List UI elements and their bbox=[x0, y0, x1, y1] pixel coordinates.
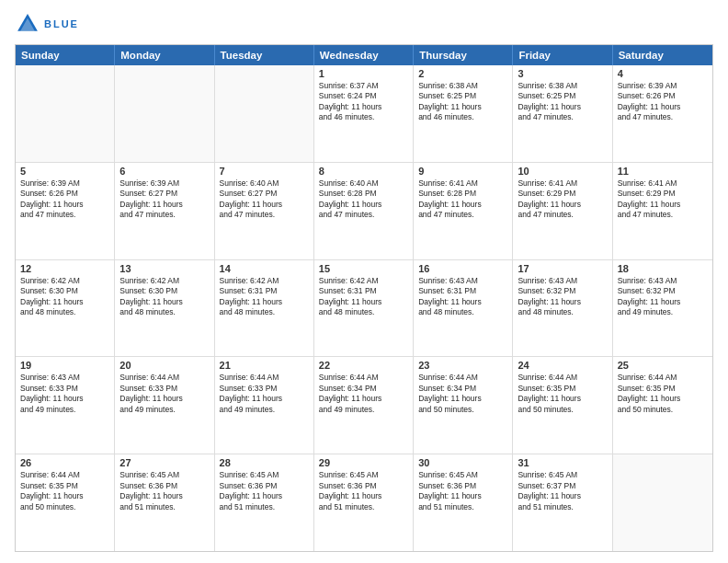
calendar-cell: 6Sunrise: 6:39 AM Sunset: 6:27 PM Daylig… bbox=[115, 163, 214, 259]
calendar-week-5: 26Sunrise: 6:44 AM Sunset: 6:35 PM Dayli… bbox=[16, 454, 712, 551]
calendar-cell: 15Sunrise: 6:42 AM Sunset: 6:31 PM Dayli… bbox=[314, 260, 414, 357]
day-number: 3 bbox=[518, 68, 607, 79]
calendar-cell: 8Sunrise: 6:40 AM Sunset: 6:28 PM Daylig… bbox=[314, 163, 414, 259]
calendar-cell: 22Sunrise: 6:44 AM Sunset: 6:34 PM Dayli… bbox=[314, 357, 414, 454]
day-number: 15 bbox=[319, 263, 408, 274]
header-day-sunday: Sunday bbox=[16, 45, 115, 65]
cell-info: Sunrise: 6:43 AM Sunset: 6:33 PM Dayligh… bbox=[20, 373, 109, 415]
cell-info: Sunrise: 6:42 AM Sunset: 6:30 PM Dayligh… bbox=[20, 276, 109, 318]
cell-info: Sunrise: 6:44 AM Sunset: 6:35 PM Dayligh… bbox=[618, 373, 708, 415]
cell-info: Sunrise: 6:39 AM Sunset: 6:26 PM Dayligh… bbox=[618, 81, 708, 123]
day-number: 17 bbox=[518, 263, 607, 274]
calendar-cell: 27Sunrise: 6:45 AM Sunset: 6:36 PM Dayli… bbox=[115, 454, 214, 551]
day-number: 9 bbox=[418, 166, 507, 177]
calendar-cell bbox=[613, 454, 712, 551]
calendar-cell: 1Sunrise: 6:37 AM Sunset: 6:24 PM Daylig… bbox=[314, 65, 414, 162]
cell-info: Sunrise: 6:41 AM Sunset: 6:29 PM Dayligh… bbox=[518, 178, 607, 221]
calendar-cell: 13Sunrise: 6:42 AM Sunset: 6:30 PM Dayli… bbox=[115, 260, 214, 357]
cell-info: Sunrise: 6:38 AM Sunset: 6:25 PM Dayligh… bbox=[518, 81, 607, 123]
calendar-cell: 3Sunrise: 6:38 AM Sunset: 6:25 PM Daylig… bbox=[513, 65, 612, 162]
logo-text: BLUE bbox=[44, 18, 79, 29]
cell-info: Sunrise: 6:44 AM Sunset: 6:35 PM Dayligh… bbox=[518, 373, 607, 415]
day-number: 11 bbox=[618, 166, 708, 177]
day-number: 30 bbox=[418, 457, 507, 468]
day-number: 23 bbox=[418, 360, 507, 371]
calendar-cell: 19Sunrise: 6:43 AM Sunset: 6:33 PM Dayli… bbox=[16, 357, 115, 454]
calendar-cell: 4Sunrise: 6:39 AM Sunset: 6:26 PM Daylig… bbox=[613, 65, 712, 162]
cell-info: Sunrise: 6:43 AM Sunset: 6:32 PM Dayligh… bbox=[518, 276, 607, 318]
calendar-cell: 23Sunrise: 6:44 AM Sunset: 6:34 PM Dayli… bbox=[414, 357, 513, 454]
calendar-cell: 9Sunrise: 6:41 AM Sunset: 6:28 PM Daylig… bbox=[414, 163, 513, 259]
calendar-cell: 11Sunrise: 6:41 AM Sunset: 6:29 PM Dayli… bbox=[613, 163, 712, 259]
calendar-body: 1Sunrise: 6:37 AM Sunset: 6:24 PM Daylig… bbox=[16, 65, 712, 551]
day-number: 13 bbox=[119, 263, 209, 274]
calendar-cell: 21Sunrise: 6:44 AM Sunset: 6:33 PM Dayli… bbox=[215, 357, 314, 454]
cell-info: Sunrise: 6:39 AM Sunset: 6:26 PM Dayligh… bbox=[20, 178, 109, 221]
day-number: 19 bbox=[20, 360, 109, 371]
day-number: 18 bbox=[618, 263, 708, 274]
cell-info: Sunrise: 6:44 AM Sunset: 6:33 PM Dayligh… bbox=[220, 373, 309, 415]
calendar-cell: 24Sunrise: 6:44 AM Sunset: 6:35 PM Dayli… bbox=[513, 357, 612, 454]
logo: BLUE bbox=[15, 11, 79, 37]
cell-info: Sunrise: 6:38 AM Sunset: 6:25 PM Dayligh… bbox=[418, 81, 507, 123]
header-day-friday: Friday bbox=[513, 45, 612, 65]
cell-info: Sunrise: 6:45 AM Sunset: 6:36 PM Dayligh… bbox=[220, 470, 309, 512]
day-number: 12 bbox=[20, 263, 109, 274]
header-day-saturday: Saturday bbox=[613, 45, 712, 65]
calendar-week-3: 12Sunrise: 6:42 AM Sunset: 6:30 PM Dayli… bbox=[16, 259, 712, 357]
calendar-cell: 7Sunrise: 6:40 AM Sunset: 6:27 PM Daylig… bbox=[215, 163, 314, 259]
calendar-cell: 18Sunrise: 6:43 AM Sunset: 6:32 PM Dayli… bbox=[613, 260, 712, 357]
cell-info: Sunrise: 6:45 AM Sunset: 6:36 PM Dayligh… bbox=[418, 470, 507, 512]
header-day-thursday: Thursday bbox=[414, 45, 513, 65]
calendar-cell: 14Sunrise: 6:42 AM Sunset: 6:31 PM Dayli… bbox=[215, 260, 314, 357]
calendar-week-4: 19Sunrise: 6:43 AM Sunset: 6:33 PM Dayli… bbox=[16, 356, 712, 454]
cell-info: Sunrise: 6:42 AM Sunset: 6:30 PM Dayligh… bbox=[119, 276, 209, 318]
cell-info: Sunrise: 6:42 AM Sunset: 6:31 PM Dayligh… bbox=[220, 276, 309, 318]
day-number: 2 bbox=[418, 68, 507, 79]
day-number: 20 bbox=[119, 360, 209, 371]
logo-tagline: BLUE bbox=[44, 18, 79, 29]
cell-info: Sunrise: 6:45 AM Sunset: 6:36 PM Dayligh… bbox=[119, 470, 209, 512]
calendar-cell: 28Sunrise: 6:45 AM Sunset: 6:36 PM Dayli… bbox=[215, 454, 314, 551]
header-day-wednesday: Wednesday bbox=[314, 45, 414, 65]
day-number: 10 bbox=[518, 166, 607, 177]
cell-info: Sunrise: 6:40 AM Sunset: 6:27 PM Dayligh… bbox=[220, 178, 309, 221]
cell-info: Sunrise: 6:42 AM Sunset: 6:31 PM Dayligh… bbox=[319, 276, 408, 318]
day-number: 27 bbox=[119, 457, 209, 468]
calendar-cell: 26Sunrise: 6:44 AM Sunset: 6:35 PM Dayli… bbox=[16, 454, 115, 551]
day-number: 7 bbox=[220, 166, 309, 177]
cell-info: Sunrise: 6:37 AM Sunset: 6:24 PM Dayligh… bbox=[319, 81, 408, 123]
calendar-cell: 12Sunrise: 6:42 AM Sunset: 6:30 PM Dayli… bbox=[16, 260, 115, 357]
cell-info: Sunrise: 6:44 AM Sunset: 6:34 PM Dayligh… bbox=[418, 373, 507, 415]
calendar-cell: 25Sunrise: 6:44 AM Sunset: 6:35 PM Dayli… bbox=[613, 357, 712, 454]
day-number: 5 bbox=[20, 166, 109, 177]
cell-info: Sunrise: 6:44 AM Sunset: 6:33 PM Dayligh… bbox=[119, 373, 209, 415]
day-number: 8 bbox=[319, 166, 408, 177]
day-number: 21 bbox=[220, 360, 309, 371]
header-day-tuesday: Tuesday bbox=[215, 45, 314, 65]
cell-info: Sunrise: 6:41 AM Sunset: 6:29 PM Dayligh… bbox=[618, 178, 708, 221]
day-number: 24 bbox=[518, 360, 607, 371]
day-number: 14 bbox=[220, 263, 309, 274]
day-number: 6 bbox=[119, 166, 209, 177]
calendar-cell: 31Sunrise: 6:45 AM Sunset: 6:37 PM Dayli… bbox=[513, 454, 612, 551]
cell-info: Sunrise: 6:39 AM Sunset: 6:27 PM Dayligh… bbox=[119, 178, 209, 221]
day-number: 16 bbox=[418, 263, 507, 274]
calendar-header: SundayMondayTuesdayWednesdayThursdayFrid… bbox=[16, 45, 712, 65]
day-number: 22 bbox=[319, 360, 408, 371]
calendar-week-2: 5Sunrise: 6:39 AM Sunset: 6:26 PM Daylig… bbox=[16, 162, 712, 259]
day-number: 1 bbox=[319, 68, 408, 79]
calendar: SundayMondayTuesdayWednesdayThursdayFrid… bbox=[15, 44, 713, 552]
calendar-cell bbox=[16, 65, 115, 162]
day-number: 29 bbox=[319, 457, 408, 468]
calendar-cell: 16Sunrise: 6:43 AM Sunset: 6:31 PM Dayli… bbox=[414, 260, 513, 357]
header-day-monday: Monday bbox=[115, 45, 214, 65]
cell-info: Sunrise: 6:43 AM Sunset: 6:32 PM Dayligh… bbox=[618, 276, 708, 318]
cell-info: Sunrise: 6:45 AM Sunset: 6:36 PM Dayligh… bbox=[319, 470, 408, 512]
calendar-cell: 17Sunrise: 6:43 AM Sunset: 6:32 PM Dayli… bbox=[513, 260, 612, 357]
calendar-cell: 5Sunrise: 6:39 AM Sunset: 6:26 PM Daylig… bbox=[16, 163, 115, 259]
day-number: 25 bbox=[618, 360, 708, 371]
cell-info: Sunrise: 6:44 AM Sunset: 6:35 PM Dayligh… bbox=[20, 470, 109, 512]
day-number: 28 bbox=[220, 457, 309, 468]
day-number: 26 bbox=[20, 457, 109, 468]
